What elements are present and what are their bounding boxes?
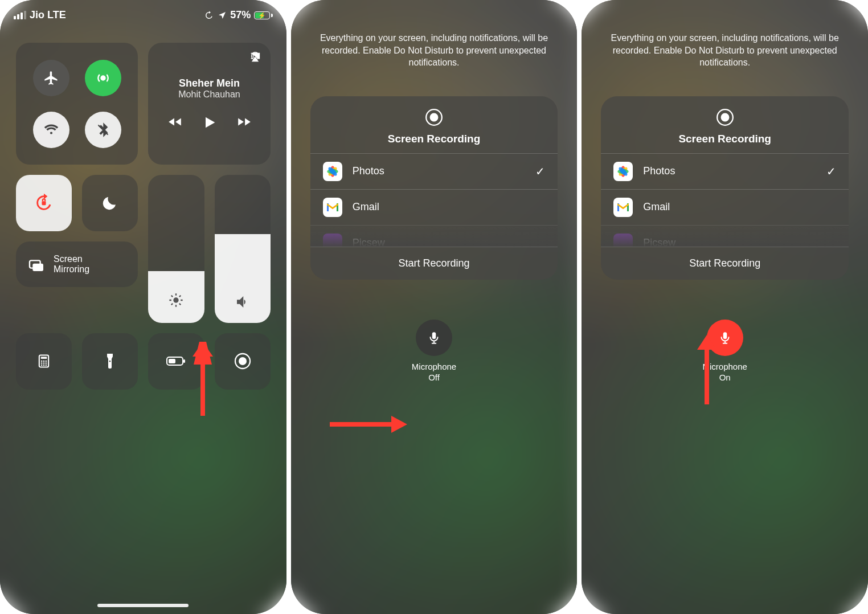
previous-icon[interactable]	[167, 114, 182, 129]
connectivity-tile[interactable]	[16, 43, 138, 165]
screen-record-button[interactable]	[215, 333, 271, 389]
battery-icon: ⚡	[254, 11, 273, 19]
picsew-app-icon	[613, 234, 633, 247]
media-title: Sheher Mein	[161, 77, 257, 89]
wifi-toggle[interactable]	[33, 112, 69, 148]
battery-pct: 57%	[230, 9, 251, 21]
play-icon[interactable]	[202, 114, 218, 130]
cellular-icon	[95, 70, 111, 86]
check-icon: ✓	[826, 165, 836, 178]
svg-rect-29	[169, 359, 175, 363]
record-icon	[424, 108, 444, 127]
microphone-toggle[interactable]	[416, 320, 452, 356]
svg-point-17	[41, 361, 43, 362]
svg-point-18	[43, 361, 45, 362]
record-icon	[715, 108, 735, 127]
do-not-disturb-button[interactable]	[82, 175, 138, 231]
app-row-gmail[interactable]: Gmail	[310, 189, 558, 225]
app-label: Gmail	[643, 201, 670, 213]
svg-point-20	[41, 363, 43, 365]
app-row-picsew[interactable]: Picsew	[601, 225, 849, 247]
picsew-app-icon	[323, 234, 342, 247]
sheet-title: Screen Recording	[678, 133, 771, 145]
annotation-arrow	[330, 410, 410, 439]
recording-sheet: Screen Recording Photos ✓ Gmail Picsew S	[310, 96, 558, 280]
status-bar: Jio LTE 57% ⚡	[0, 0, 286, 27]
check-icon: ✓	[535, 165, 545, 178]
calculator-button[interactable]	[16, 333, 72, 389]
start-recording-button[interactable]: Start Recording	[601, 247, 849, 280]
mirroring-icon	[27, 255, 46, 273]
moon-icon	[101, 194, 118, 211]
airplay-icon[interactable]	[249, 51, 261, 63]
svg-line-12	[179, 304, 181, 305]
location-icon	[218, 11, 227, 20]
screen-mirroring-button[interactable]: Screen Mirroring	[16, 241, 138, 287]
next-icon[interactable]	[237, 114, 252, 129]
app-label: Gmail	[353, 201, 379, 213]
volume-icon	[234, 293, 251, 310]
airplane-icon	[43, 70, 59, 86]
gmail-app-icon	[323, 198, 342, 217]
carrier-label: Jio LTE	[30, 9, 66, 21]
mic-label: MicrophoneOn	[702, 362, 747, 383]
phone-control-center: Jio LTE 57% ⚡	[0, 0, 286, 614]
bluetooth-toggle[interactable]	[85, 112, 121, 148]
gmail-app-icon	[613, 198, 633, 217]
wifi-icon	[43, 122, 59, 138]
record-icon	[234, 352, 252, 370]
brightness-icon	[168, 292, 184, 308]
svg-rect-16	[41, 357, 47, 359]
svg-point-25	[46, 365, 47, 366]
home-indicator[interactable]	[97, 604, 189, 607]
app-label: Photos	[353, 165, 384, 177]
svg-rect-28	[183, 359, 185, 363]
volume-slider[interactable]	[215, 175, 271, 323]
microphone-icon	[427, 330, 441, 345]
phone-record-mic-on: Everything on your screen, including not…	[582, 0, 868, 614]
calculator-icon	[36, 353, 52, 369]
rotation-lock-button[interactable]	[16, 175, 72, 231]
photos-app-icon	[323, 162, 342, 181]
brightness-slider[interactable]	[148, 175, 204, 323]
airplane-mode-toggle[interactable]	[33, 60, 69, 96]
low-power-button[interactable]	[148, 333, 204, 389]
mic-label: MicrophoneOff	[412, 362, 456, 383]
app-row-picsew[interactable]: Picsew	[310, 225, 558, 247]
svg-point-41	[720, 113, 729, 121]
app-label: Photos	[643, 165, 675, 177]
signal-icon	[14, 11, 26, 19]
start-recording-button[interactable]: Start Recording	[310, 247, 558, 280]
svg-rect-3	[42, 202, 46, 206]
recording-info: Everything on your screen, including not…	[582, 0, 868, 69]
svg-point-31	[239, 357, 247, 365]
media-artist: Mohit Chauhan	[161, 89, 257, 100]
microphone-toggle[interactable]	[707, 320, 743, 356]
flashlight-icon	[103, 353, 117, 370]
bluetooth-off-icon	[96, 122, 110, 137]
svg-line-14	[179, 296, 181, 297]
app-label: Picsew	[643, 237, 675, 247]
svg-line-13	[171, 304, 173, 305]
cellular-toggle[interactable]	[85, 60, 121, 96]
svg-point-6	[174, 298, 179, 303]
svg-point-22	[46, 363, 47, 365]
svg-rect-46	[723, 332, 727, 339]
phone-record-mic-off: Everything on your screen, including not…	[291, 0, 578, 614]
app-row-photos[interactable]: Photos ✓	[310, 153, 558, 189]
svg-line-11	[171, 296, 173, 297]
media-tile[interactable]: Sheher Mein Mohit Chauhan	[148, 43, 270, 165]
app-row-gmail[interactable]: Gmail	[601, 189, 849, 225]
svg-point-23	[41, 365, 43, 366]
app-label: Picsew	[353, 237, 385, 247]
sheet-title: Screen Recording	[388, 133, 481, 145]
flashlight-button[interactable]	[82, 333, 138, 389]
svg-point-24	[43, 365, 45, 366]
svg-point-19	[46, 361, 47, 362]
app-row-photos[interactable]: Photos ✓	[601, 153, 849, 189]
microphone-icon	[718, 330, 732, 345]
recording-info: Everything on your screen, including not…	[291, 0, 578, 69]
svg-rect-26	[107, 354, 113, 355]
photos-app-icon	[613, 162, 633, 181]
svg-point-34	[430, 113, 439, 121]
